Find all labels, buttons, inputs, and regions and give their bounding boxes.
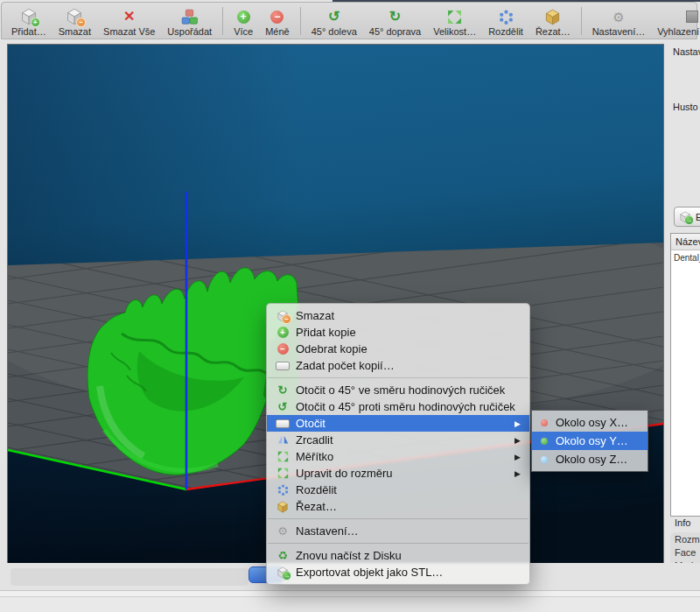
objects-table-header: Název — [671, 234, 700, 250]
layer-smoothing-icon — [686, 8, 698, 25]
more-copies-icon: + — [237, 8, 250, 25]
menu-item-mirror[interactable]: Zrcadlit ▶ — [267, 432, 529, 448]
status-strip — [0, 597, 700, 612]
menu-item-label: Otočit — [296, 417, 326, 430]
rotate-left-icon: ↺ — [328, 8, 340, 25]
menu-item-label: Odebrat kopie — [296, 342, 368, 355]
submenu-item-label: Okolo osy X… — [556, 416, 628, 429]
menu-item-add-copy[interactable]: + Přidat kopie — [267, 324, 529, 341]
axis-z-dot-icon — [541, 456, 548, 463]
cut-icon — [544, 8, 561, 25]
menu-item-label: Zrcadlit — [296, 433, 333, 447]
remove-object-icon: − — [66, 8, 83, 25]
menu-item-settings[interactable]: ⚙ Nastavení… — [267, 523, 529, 539]
context-menu: − Smazat + Přidat kopie − Odebrat kopie … — [266, 303, 530, 585]
settings-button[interactable]: ⚙ Nastavení… — [586, 8, 652, 37]
toolbar-label: 45° doleva — [312, 26, 357, 37]
scale-icon — [447, 8, 462, 25]
print-settings-label: Nastav — [673, 46, 700, 57]
menu-separator — [268, 518, 528, 519]
fewer-copies-button[interactable]: − Méně — [259, 8, 296, 37]
toolbar-separator — [222, 7, 223, 35]
arrange-button[interactable]: Uspořádat — [161, 8, 218, 37]
table-row[interactable]: Dental_ — [671, 250, 700, 265]
rotate-right-icon: ↻ — [389, 8, 401, 25]
menu-item-label: Smazat — [296, 309, 334, 322]
menu-item-rotate[interactable]: Otočit ▶ — [267, 415, 529, 432]
cut-icon — [275, 500, 290, 514]
density-label: Husto — [673, 102, 698, 112]
toolbar-label: Nastavení… — [592, 26, 646, 37]
menu-item-label: Řezat… — [296, 500, 337, 513]
submenu-item-axis-x[interactable]: Okolo osy X… — [532, 413, 648, 432]
remove-object-icon: − — [275, 309, 290, 323]
fewer-copies-icon: − — [270, 8, 284, 25]
submenu-item-axis-z[interactable]: Okolo osy Z… — [532, 450, 648, 468]
delete-all-button[interactable]: ✕ Smazat Vše — [97, 8, 161, 37]
export-button-label: E — [696, 212, 700, 222]
status-inset — [10, 568, 248, 586]
main-toolbar: + Přidat… − Smazat ✕ Smazat Vše Uspořáda… — [1, 2, 697, 39]
submenu-arrow-icon: ▶ — [504, 453, 521, 461]
toolbar-label: Smazat — [59, 26, 91, 37]
delete-button[interactable]: − Smazat — [52, 8, 97, 37]
menu-item-rotate-cw[interactable]: ↻ Otočit o 45° ve směru hodinových ručič… — [267, 382, 529, 398]
menu-separator — [268, 377, 528, 378]
toolbar-separator — [581, 7, 582, 35]
export-stl-icon: → — [679, 211, 691, 223]
toolbar-label: Vyhlazení vrstev — [657, 26, 700, 37]
add-button[interactable]: + Přidat… — [5, 8, 52, 37]
menu-item-label: Exportovat objekt jako STL… — [296, 566, 443, 579]
layer-smoothing-button[interactable]: Vyhlazení vrstev — [651, 8, 700, 37]
axis-x-dot-icon — [541, 419, 548, 426]
toolbar-label: Rozdělit — [488, 26, 523, 37]
rotate-submenu: Okolo osy X… Okolo osy Y… Okolo osy Z… — [531, 410, 648, 472]
menu-item-set-copies[interactable]: Zadat počet kopií… — [267, 357, 529, 374]
rotate-left-button[interactable]: ↺ 45° doleva — [305, 8, 363, 37]
menu-item-scale[interactable]: Měřítko ▶ — [267, 448, 529, 465]
toolbar-label: 45° doprava — [369, 26, 421, 37]
mirror-icon — [275, 433, 290, 447]
menu-separator — [268, 543, 528, 544]
submenu-arrow-icon: ▶ — [504, 436, 521, 445]
remove-copy-icon: − — [275, 342, 290, 356]
add-copy-icon: + — [275, 326, 290, 340]
menu-item-cut[interactable]: Řezat… — [267, 498, 529, 515]
menu-item-delete[interactable]: − Smazat — [267, 307, 529, 324]
toolbar-label: Řezat… — [536, 26, 570, 37]
submenu-arrow-icon: ▶ — [504, 469, 521, 478]
add-object-icon: + — [20, 8, 38, 25]
menu-item-label: Přidat kopie — [296, 326, 356, 339]
axis-y-dot-icon — [541, 438, 548, 445]
menu-item-label: Zadat počet kopií… — [296, 359, 395, 372]
info-size-label: Rozm — [670, 532, 700, 545]
more-copies-button[interactable]: + Více — [228, 8, 259, 37]
toolbar-label: Uspořádat — [167, 26, 212, 37]
rotate-right-button[interactable]: ↻ 45° doprava — [363, 8, 427, 37]
toolbar-label: Méně — [265, 26, 290, 37]
menu-item-remove-copy[interactable]: − Odebrat kopie — [267, 341, 529, 357]
slic3r-window: + Přidat… − Smazat ✕ Smazat Vše Uspořáda… — [0, 0, 700, 612]
scale-to-size-icon — [275, 467, 290, 481]
submenu-item-label: Okolo osy Y… — [556, 434, 628, 447]
arrange-icon — [181, 8, 198, 25]
toolbar-label: Velikost… — [433, 26, 476, 37]
menu-item-split[interactable]: Rozdělit — [267, 482, 529, 498]
export-button[interactable]: → E — [674, 207, 700, 227]
menu-item-rotate-ccw[interactable]: ↺ Otočit o 45° proti směru hodinových ru… — [267, 398, 529, 415]
submenu-item-axis-y[interactable]: Okolo osy Y… — [532, 432, 648, 450]
submenu-item-label: Okolo osy Z… — [556, 453, 627, 466]
cut-button[interactable]: Řezat… — [529, 8, 577, 37]
menu-item-label: Znovu načíst z Disku — [296, 549, 402, 562]
scale-button[interactable]: Velikost… — [427, 8, 482, 37]
menu-item-reload[interactable]: ♻ Znovu načíst z Disku — [267, 547, 529, 564]
submenu-arrow-icon: ▶ — [504, 419, 521, 428]
menu-item-label: Rozdělit — [296, 483, 337, 496]
menu-item-scale-to-size[interactable]: Upravit do rozměru ▶ — [267, 465, 529, 482]
split-icon — [275, 483, 290, 497]
menu-item-export-stl[interactable]: → Exportovat objekt jako STL… — [267, 564, 529, 580]
toolbar-label: Přidat… — [11, 26, 46, 37]
toolbar-label: Více — [234, 26, 253, 37]
split-button[interactable]: Rozdělit — [482, 8, 529, 37]
info-title: Info — [675, 517, 690, 528]
